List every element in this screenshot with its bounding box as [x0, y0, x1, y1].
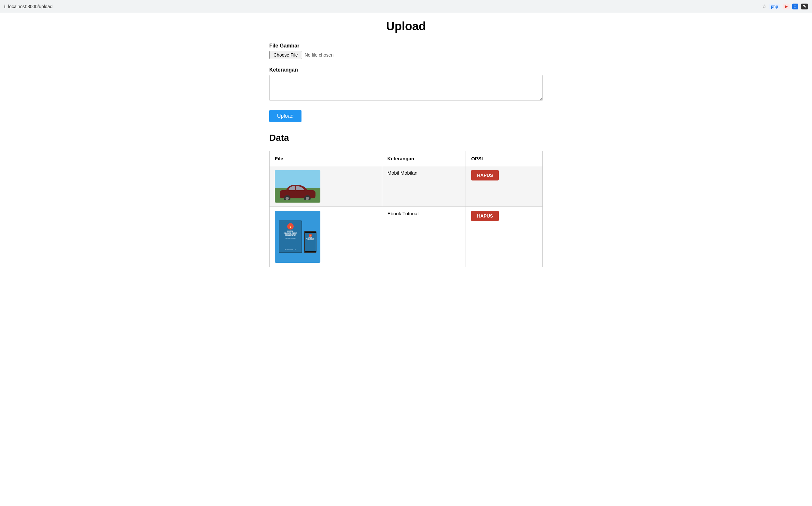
ext-red-badge[interactable]: ▶	[783, 4, 790, 9]
data-section: Data File Keterangan OPSI	[269, 133, 543, 267]
svg-point-4	[306, 197, 309, 200]
file-input-wrapper: Choose File No file chosen	[269, 51, 543, 59]
browser-bar: ℹ localhost:8000/upload ☆ php ▶ □ ✎	[0, 0, 812, 13]
opsi-cell-2: HAPUS	[466, 207, 543, 267]
info-icon: ℹ	[4, 4, 6, 9]
col-keterangan-header: Keterangan	[382, 151, 466, 166]
file-cell-2: 🔥 EBOOKBELAJAR CEPATCODEIGNITER Panduan …	[270, 207, 382, 267]
upload-button[interactable]: Upload	[269, 110, 301, 122]
col-file-header: File	[270, 151, 382, 166]
file-cell-1	[270, 166, 382, 207]
upload-section: Upload	[269, 110, 543, 122]
keterangan-cell-2: Ebook Tutorial	[382, 207, 466, 267]
choose-file-button[interactable]: Choose File	[269, 51, 302, 59]
ebook-image-placeholder: 🔥 EBOOKBELAJAR CEPATCODEIGNITER Panduan …	[275, 211, 320, 263]
car-svg	[278, 182, 317, 200]
keterangan-section: Keterangan	[269, 67, 543, 102]
keterangan-label: Keterangan	[269, 67, 543, 73]
file-gambar-section: File Gambar Choose File No file chosen	[269, 43, 543, 59]
hapus-button-1[interactable]: HAPUS	[471, 170, 499, 180]
hapus-button-2[interactable]: HAPUS	[471, 211, 499, 221]
keterangan-cell-1: Mobil Mobilan	[382, 166, 466, 207]
ext-dark-badge[interactable]: ✎	[801, 4, 808, 9]
browser-actions: ☆ php ▶ □ ✎	[762, 3, 808, 9]
file-gambar-label: File Gambar	[269, 43, 543, 49]
data-section-title: Data	[269, 133, 543, 143]
table-row: Mobil Mobilan HAPUS	[270, 166, 543, 207]
car-image-placeholder	[275, 170, 320, 202]
table-row: 🔥 EBOOKBELAJAR CEPATCODEIGNITER Panduan …	[270, 207, 543, 267]
url-bar[interactable]: localhost:8000/upload	[8, 4, 759, 9]
svg-point-2	[285, 197, 289, 200]
data-table: File Keterangan OPSI	[269, 151, 543, 267]
ext-php-badge[interactable]: php	[769, 4, 780, 9]
page-title: Upload	[269, 19, 543, 33]
keterangan-textarea[interactable]	[269, 75, 543, 101]
no-file-text: No file chosen	[305, 52, 334, 58]
page-content: Upload File Gambar Choose File No file c…	[260, 13, 552, 281]
col-opsi-header: OPSI	[466, 151, 543, 166]
opsi-cell-1: HAPUS	[466, 166, 543, 207]
star-icon[interactable]: ☆	[762, 3, 766, 9]
table-header-row: File Keterangan OPSI	[270, 151, 543, 166]
ext-blue-badge[interactable]: □	[792, 4, 798, 9]
